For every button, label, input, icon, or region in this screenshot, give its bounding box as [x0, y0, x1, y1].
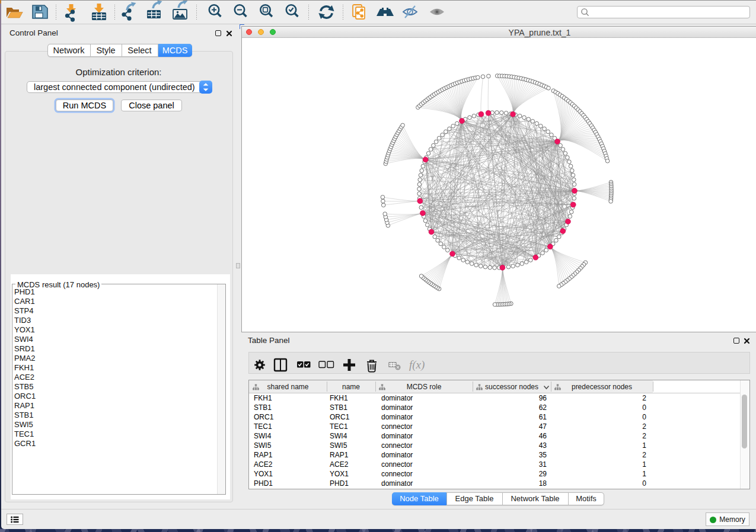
svg-text:f(x): f(x)	[409, 358, 425, 371]
